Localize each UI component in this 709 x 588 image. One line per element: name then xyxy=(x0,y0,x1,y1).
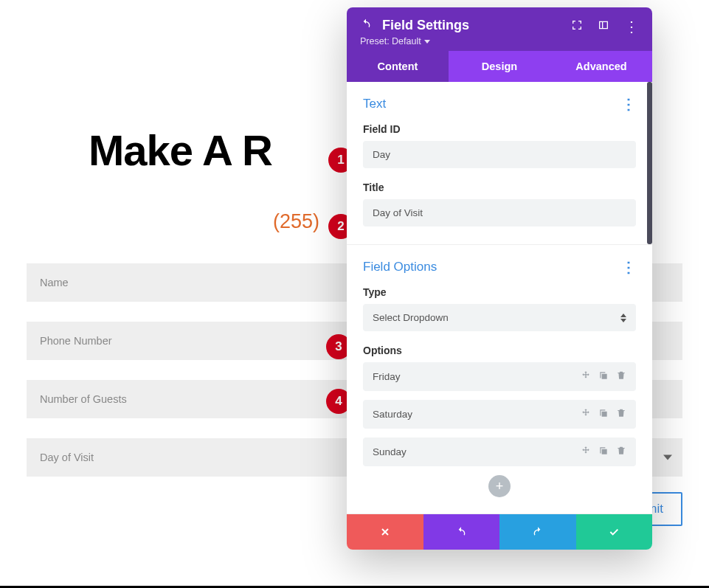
field-id-input[interactable]: Day xyxy=(363,141,636,168)
duplicate-icon[interactable] xyxy=(598,370,609,383)
confirm-button[interactable] xyxy=(576,514,653,550)
preset-label: Preset: Default xyxy=(360,36,421,46)
preset-selector[interactable]: Preset: Default xyxy=(360,36,571,46)
options-label: Options xyxy=(363,345,636,356)
caret-down-icon xyxy=(424,40,430,44)
sidebar-icon[interactable] xyxy=(598,19,609,34)
select-arrows-icon xyxy=(620,314,627,322)
chevron-down-icon xyxy=(663,455,672,460)
tab-advanced[interactable]: Advanced xyxy=(550,51,652,82)
option-row[interactable]: Friday xyxy=(363,362,636,391)
type-select[interactable]: Select Dropdown xyxy=(363,304,636,331)
page-title: Make A R xyxy=(89,125,272,175)
option-row[interactable]: Saturday xyxy=(363,400,636,429)
guests-field-label: Number of Guests xyxy=(40,393,127,405)
cancel-button[interactable] xyxy=(347,514,423,550)
panel-tabs: Content Design Advanced xyxy=(347,51,652,82)
field-id-label: Field ID xyxy=(363,123,636,135)
field-settings-panel: Field Settings Preset: Default ⋮ Content… xyxy=(347,7,652,550)
section-text-title[interactable]: Text xyxy=(363,97,386,111)
move-icon[interactable] xyxy=(581,370,591,383)
option-label: Friday xyxy=(373,371,581,382)
section-field-options-menu-icon[interactable]: ⋮ xyxy=(621,258,636,276)
title-label: Title xyxy=(363,181,636,193)
trash-icon[interactable] xyxy=(616,446,626,458)
name-field-label: Name xyxy=(40,277,69,288)
more-icon[interactable]: ⋮ xyxy=(624,19,639,34)
tab-design[interactable]: Design xyxy=(449,51,550,82)
move-icon[interactable] xyxy=(581,446,591,458)
trash-icon[interactable] xyxy=(616,370,626,383)
tab-content[interactable]: Content xyxy=(347,51,449,82)
type-select-value: Select Dropdown xyxy=(373,312,449,323)
duplicate-icon[interactable] xyxy=(598,408,609,421)
add-option-button[interactable]: + xyxy=(488,475,511,497)
phone-field-label: Phone Number xyxy=(40,335,112,347)
option-label: Sunday xyxy=(373,446,581,457)
trash-icon[interactable] xyxy=(616,408,626,421)
section-field-options-title[interactable]: Field Options xyxy=(363,260,437,274)
redo-button[interactable] xyxy=(499,514,576,550)
phone-text: (255) xyxy=(273,210,319,233)
day-of-visit-label: Day of Visit xyxy=(40,452,94,463)
panel-title: Field Settings xyxy=(382,18,469,33)
undo-button[interactable] xyxy=(423,514,500,550)
title-input[interactable]: Day of Visit xyxy=(363,199,636,226)
back-icon[interactable] xyxy=(360,18,372,33)
duplicate-icon[interactable] xyxy=(598,446,609,458)
option-label: Saturday xyxy=(373,409,581,420)
expand-icon[interactable] xyxy=(571,19,583,34)
option-row[interactable]: Sunday xyxy=(363,437,636,466)
type-label: Type xyxy=(363,286,636,298)
move-icon[interactable] xyxy=(581,408,591,421)
scrollbar-thumb[interactable] xyxy=(647,82,652,244)
panel-footer xyxy=(347,514,652,550)
section-text-menu-icon[interactable]: ⋮ xyxy=(621,95,636,113)
